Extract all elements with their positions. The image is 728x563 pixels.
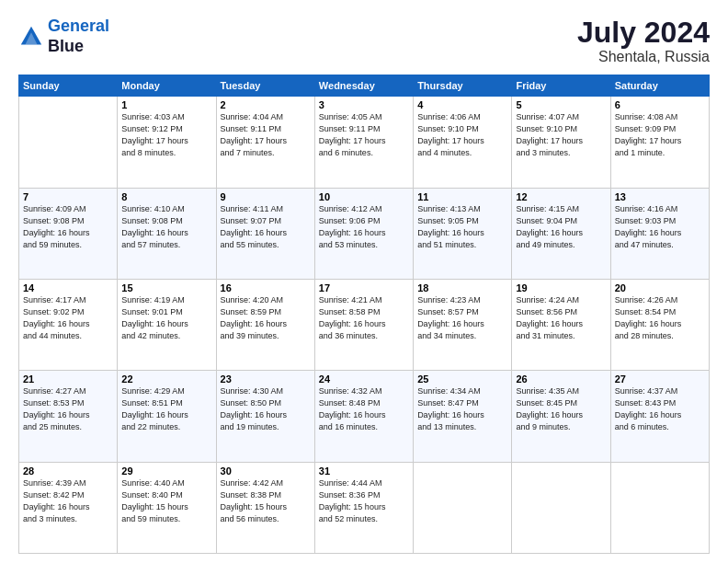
day-detail: Sunrise: 4:29 AM Sunset: 8:51 PM Dayligh…: [121, 385, 211, 433]
day-detail: Sunrise: 4:24 AM Sunset: 8:56 PM Dayligh…: [516, 294, 606, 342]
calendar-header-saturday: Saturday: [610, 75, 709, 97]
calendar-cell: 13Sunrise: 4:16 AM Sunset: 9:03 PM Dayli…: [610, 188, 709, 279]
day-detail: Sunrise: 4:27 AM Sunset: 8:53 PM Dayligh…: [23, 385, 113, 433]
day-number: 13: [615, 191, 705, 202]
calendar-cell: 6Sunrise: 4:08 AM Sunset: 9:09 PM Daylig…: [610, 97, 709, 188]
day-detail: Sunrise: 4:37 AM Sunset: 8:43 PM Dayligh…: [615, 385, 705, 433]
day-detail: Sunrise: 4:40 AM Sunset: 8:40 PM Dayligh…: [121, 477, 211, 525]
calendar-table: SundayMondayTuesdayWednesdayThursdayFrid…: [18, 75, 710, 554]
day-detail: Sunrise: 4:08 AM Sunset: 9:09 PM Dayligh…: [615, 111, 705, 159]
calendar-cell: 15Sunrise: 4:19 AM Sunset: 9:01 PM Dayli…: [118, 279, 216, 370]
calendar-cell: 29Sunrise: 4:40 AM Sunset: 8:40 PM Dayli…: [118, 462, 216, 553]
calendar-header-sunday: Sunday: [19, 75, 118, 97]
day-number: 2: [221, 99, 311, 110]
day-number: 14: [23, 282, 113, 293]
day-number: 25: [417, 373, 507, 385]
day-detail: Sunrise: 4:30 AM Sunset: 8:50 PM Dayligh…: [221, 385, 311, 433]
day-detail: Sunrise: 4:03 AM Sunset: 9:12 PM Dayligh…: [121, 111, 211, 159]
calendar-cell: 3Sunrise: 4:05 AM Sunset: 9:11 PM Daylig…: [314, 97, 413, 188]
calendar-week-3: 14Sunrise: 4:17 AM Sunset: 9:02 PM Dayli…: [19, 279, 710, 370]
day-number: 7: [23, 191, 113, 202]
day-detail: Sunrise: 4:34 AM Sunset: 8:47 PM Dayligh…: [417, 385, 507, 433]
day-number: 27: [615, 373, 705, 385]
calendar-week-4: 21Sunrise: 4:27 AM Sunset: 8:53 PM Dayli…: [19, 371, 710, 462]
day-number: 8: [121, 191, 211, 202]
logo-icon: [18, 24, 44, 50]
day-detail: Sunrise: 4:23 AM Sunset: 8:57 PM Dayligh…: [417, 294, 507, 342]
day-number: 9: [221, 191, 311, 202]
day-detail: Sunrise: 4:17 AM Sunset: 9:02 PM Dayligh…: [23, 294, 113, 342]
day-detail: Sunrise: 4:12 AM Sunset: 9:06 PM Dayligh…: [319, 203, 409, 251]
day-number: 4: [417, 99, 507, 110]
day-number: 21: [23, 373, 113, 385]
calendar-cell: 14Sunrise: 4:17 AM Sunset: 9:02 PM Dayli…: [19, 279, 118, 370]
day-detail: Sunrise: 4:32 AM Sunset: 8:48 PM Dayligh…: [319, 385, 409, 433]
day-number: 15: [121, 282, 211, 293]
day-number: 5: [516, 99, 606, 110]
day-detail: Sunrise: 4:44 AM Sunset: 8:36 PM Dayligh…: [319, 477, 409, 525]
day-number: 28: [23, 465, 113, 477]
calendar-cell: 5Sunrise: 4:07 AM Sunset: 9:10 PM Daylig…: [512, 97, 610, 188]
day-number: 29: [121, 465, 211, 477]
calendar-cell: 30Sunrise: 4:42 AM Sunset: 8:38 PM Dayli…: [216, 462, 314, 553]
calendar-cell: 2Sunrise: 4:04 AM Sunset: 9:11 PM Daylig…: [216, 97, 314, 188]
day-number: 17: [319, 282, 409, 293]
day-detail: Sunrise: 4:20 AM Sunset: 8:59 PM Dayligh…: [221, 294, 311, 342]
logo-text: General Blue: [48, 17, 109, 56]
day-detail: Sunrise: 4:07 AM Sunset: 9:10 PM Dayligh…: [516, 111, 606, 159]
day-detail: Sunrise: 4:26 AM Sunset: 8:54 PM Dayligh…: [615, 294, 705, 342]
day-number: 22: [121, 373, 211, 385]
calendar-week-5: 28Sunrise: 4:39 AM Sunset: 8:42 PM Dayli…: [19, 462, 710, 553]
calendar-header-monday: Monday: [118, 75, 216, 97]
calendar-cell: 19Sunrise: 4:24 AM Sunset: 8:56 PM Dayli…: [512, 279, 610, 370]
calendar-cell: 24Sunrise: 4:32 AM Sunset: 8:48 PM Dayli…: [314, 371, 413, 462]
calendar-cell: 4Sunrise: 4:06 AM Sunset: 9:10 PM Daylig…: [414, 97, 512, 188]
calendar-header-friday: Friday: [512, 75, 610, 97]
calendar-cell: 21Sunrise: 4:27 AM Sunset: 8:53 PM Dayli…: [19, 371, 118, 462]
calendar-cell: 28Sunrise: 4:39 AM Sunset: 8:42 PM Dayli…: [19, 462, 118, 553]
day-detail: Sunrise: 4:16 AM Sunset: 9:03 PM Dayligh…: [615, 203, 705, 251]
day-detail: Sunrise: 4:09 AM Sunset: 9:08 PM Dayligh…: [23, 203, 113, 251]
day-number: 11: [417, 191, 507, 202]
day-detail: Sunrise: 4:35 AM Sunset: 8:45 PM Dayligh…: [516, 385, 606, 433]
day-number: 19: [516, 282, 606, 293]
calendar-header-row: SundayMondayTuesdayWednesdayThursdayFrid…: [19, 75, 710, 97]
calendar-cell: 1Sunrise: 4:03 AM Sunset: 9:12 PM Daylig…: [118, 97, 216, 188]
day-detail: Sunrise: 4:15 AM Sunset: 9:04 PM Dayligh…: [516, 203, 606, 251]
day-number: 16: [221, 282, 311, 293]
calendar-cell: 31Sunrise: 4:44 AM Sunset: 8:36 PM Dayli…: [314, 462, 413, 553]
day-number: 3: [319, 99, 409, 110]
page: General Blue July 2024 Shentala, Russia …: [0, 0, 728, 563]
day-detail: Sunrise: 4:05 AM Sunset: 9:11 PM Dayligh…: [319, 111, 409, 159]
day-detail: Sunrise: 4:11 AM Sunset: 9:07 PM Dayligh…: [221, 203, 311, 251]
calendar-cell: 26Sunrise: 4:35 AM Sunset: 8:45 PM Dayli…: [512, 371, 610, 462]
logo: General Blue: [18, 17, 109, 56]
calendar-cell: 10Sunrise: 4:12 AM Sunset: 9:06 PM Dayli…: [314, 188, 413, 279]
calendar-cell: 9Sunrise: 4:11 AM Sunset: 9:07 PM Daylig…: [216, 188, 314, 279]
day-number: 6: [615, 99, 705, 110]
calendar-header-thursday: Thursday: [414, 75, 512, 97]
day-detail: Sunrise: 4:10 AM Sunset: 9:08 PM Dayligh…: [121, 203, 211, 251]
main-title: July 2024: [577, 17, 710, 49]
calendar-cell: 11Sunrise: 4:13 AM Sunset: 9:05 PM Dayli…: [414, 188, 512, 279]
day-detail: Sunrise: 4:42 AM Sunset: 8:38 PM Dayligh…: [221, 477, 311, 525]
day-number: 24: [319, 373, 409, 385]
calendar-cell: [610, 462, 709, 553]
calendar-cell: [19, 97, 118, 188]
day-number: 10: [319, 191, 409, 202]
calendar-week-2: 7Sunrise: 4:09 AM Sunset: 9:08 PM Daylig…: [19, 188, 710, 279]
calendar-cell: 16Sunrise: 4:20 AM Sunset: 8:59 PM Dayli…: [216, 279, 314, 370]
calendar-cell: 25Sunrise: 4:34 AM Sunset: 8:47 PM Dayli…: [414, 371, 512, 462]
calendar-week-1: 1Sunrise: 4:03 AM Sunset: 9:12 PM Daylig…: [19, 97, 710, 188]
calendar-cell: 8Sunrise: 4:10 AM Sunset: 9:08 PM Daylig…: [118, 188, 216, 279]
day-detail: Sunrise: 4:21 AM Sunset: 8:58 PM Dayligh…: [319, 294, 409, 342]
logo-line2: Blue: [48, 37, 109, 57]
calendar-cell: 27Sunrise: 4:37 AM Sunset: 8:43 PM Dayli…: [610, 371, 709, 462]
calendar-cell: [414, 462, 512, 553]
day-number: 20: [615, 282, 705, 293]
calendar-cell: 20Sunrise: 4:26 AM Sunset: 8:54 PM Dayli…: [610, 279, 709, 370]
logo-line1: General: [48, 17, 109, 35]
calendar-header-tuesday: Tuesday: [216, 75, 314, 97]
day-number: 1: [121, 99, 211, 110]
day-number: 31: [319, 465, 409, 477]
